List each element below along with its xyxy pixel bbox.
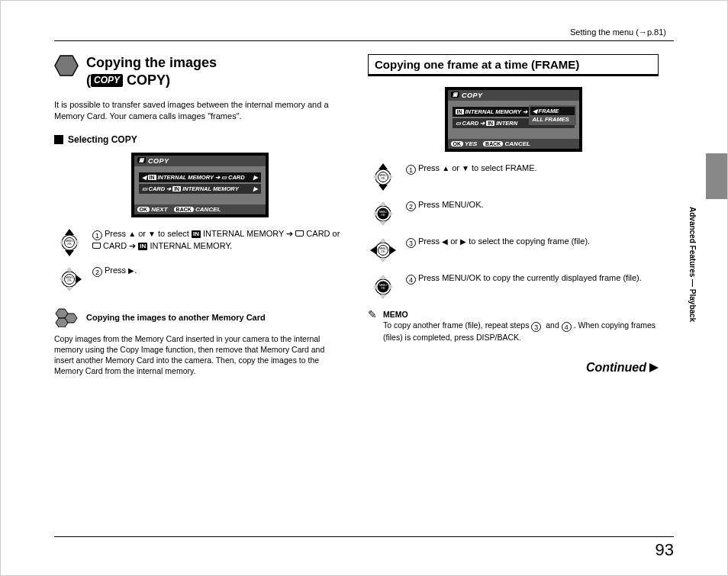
section-tab (706, 153, 727, 199)
text: and (543, 320, 561, 330)
text: or (136, 229, 148, 238)
in-badge-icon: IN (138, 243, 147, 251)
title-word-copy: COPY) (123, 72, 170, 88)
subheading-selecting-copy: Selecting COPY (68, 134, 137, 145)
svg-marker-49 (379, 294, 387, 299)
right-triangle-icon: ▶ (460, 237, 466, 246)
lcd-option-frame: ◀ FRAME (530, 107, 575, 115)
lcd-title: COPY (148, 157, 169, 165)
up-triangle-icon: ▲ (442, 164, 449, 172)
text: To copy another frame (file), repeat ste… (383, 320, 531, 330)
continued-text: Continued (586, 361, 646, 374)
text: Press MENU/OK. (418, 200, 484, 209)
text: CARD (101, 241, 129, 250)
svg-text:/OK: /OK (67, 243, 72, 246)
right-triangle-icon: ▶ (128, 266, 134, 275)
in-badge-icon: IN (192, 230, 201, 239)
svg-marker-40 (379, 238, 387, 243)
lcd-foot-cancel: CANCEL (505, 140, 530, 147)
right-step-1: 1Press ▲ or ▼ to select FRAME. (406, 163, 659, 175)
arrow-right-icon (649, 363, 659, 372)
step-number-2: 2 (92, 267, 102, 277)
svg-marker-27 (389, 174, 393, 180)
lcd-title: COPY (462, 92, 483, 99)
step-2-text: 2Press ▶. (92, 265, 345, 277)
svg-marker-50 (373, 284, 377, 290)
header-rule (54, 40, 674, 41)
camera-screen-frame-menu: ▣ COPY IN INTERNAL MEMORY ➔ ▭ CARD ➔IN (445, 87, 582, 152)
step-number-3: 3 (406, 238, 416, 248)
svg-marker-34 (373, 211, 377, 217)
svg-marker-35 (389, 211, 393, 217)
svg-marker-15 (60, 276, 63, 282)
svg-marker-16 (76, 275, 82, 284)
svg-marker-41 (379, 258, 387, 262)
down-triangle-icon: ▼ (148, 230, 156, 238)
lcd-text: INTERNAL MEMORY (182, 185, 238, 192)
up-triangle-icon: ▲ (128, 230, 136, 238)
step-number-4: 4 (406, 275, 416, 285)
lcd-foot-yes: YES (465, 140, 477, 147)
lcd-text: INTERNAL MEMORY (158, 174, 214, 181)
svg-marker-51 (389, 284, 393, 290)
text: to select the copying frame (file). (466, 237, 590, 246)
ok-pill-icon: OK (137, 207, 150, 212)
right-step-4: 4Press MENU/OK to copy the currently dis… (406, 272, 659, 285)
back-pill-icon: BACK (483, 141, 503, 146)
tip-title: Copying the images to another Memory Car… (86, 313, 266, 322)
continued-indicator: Continued (368, 361, 659, 375)
back-pill-icon: BACK (174, 207, 194, 212)
text: or (448, 237, 460, 246)
svg-marker-32 (379, 201, 387, 206)
text: or (449, 163, 462, 172)
svg-marker-25 (378, 185, 388, 191)
svg-marker-7 (60, 240, 63, 246)
ok-pill-icon: OK (451, 141, 464, 146)
tip-body: Copy images from the Memory Card inserte… (54, 333, 345, 377)
memo-label: MEMO (383, 309, 659, 320)
card-icon (92, 243, 101, 249)
text: to select FRAME. (469, 163, 537, 172)
dpad-ok-icon: MENU/OK (368, 199, 398, 228)
step-1-text: 1Press ▲ or ▼ to select IN INTERNAL MEMO… (92, 228, 345, 252)
svg-marker-0 (55, 56, 78, 76)
text: to select (156, 229, 192, 238)
lcd-row-internal-to-card: ◀IN INTERNAL MEMORY ➔▭ CARD ▶ (139, 172, 261, 182)
dpad-right-icon: MENU /OK (54, 265, 85, 294)
right-step-2: 2Press MENU/OK. (406, 199, 659, 211)
svg-text:/OK: /OK (381, 250, 385, 253)
svg-marker-48 (379, 275, 387, 279)
svg-marker-43 (389, 246, 396, 255)
text: INTERNAL MEMORY. (147, 241, 232, 250)
svg-marker-24 (378, 163, 388, 169)
intro-paragraph: It is possible to transfer saved images … (54, 99, 345, 122)
title-line1: Copying the images (86, 55, 217, 70)
lcd-text: INTERNAL MEMORY (465, 108, 521, 115)
section-tab-label: Advanced Features — Playback (688, 207, 697, 322)
lcd-text: INTERN (496, 120, 517, 127)
frame-section-heading: Copying one frame at a time (FRAME) (368, 54, 659, 76)
copy-chip-icon: COPY (91, 74, 123, 87)
memo-hand-icon: ✎ (368, 309, 377, 343)
svg-text:/OK: /OK (67, 279, 72, 282)
manual-page: Setting the menu (→p.81) Advanced Featur… (0, 0, 728, 576)
step-number-1: 1 (406, 165, 416, 175)
circled-3-icon: 3 (531, 322, 541, 332)
left-column: Copying the images (COPY COPY) It is pos… (54, 54, 345, 376)
svg-marker-42 (370, 246, 377, 255)
hexagon-icon (54, 54, 79, 77)
memo-text: To copy another frame (file), repeat ste… (383, 320, 659, 343)
right-step-3: 3Press ◀ or ▶ to select the copying fram… (406, 236, 659, 248)
hex-cluster-icon (54, 307, 80, 327)
lcd-row-card-to-internal: ▭ CARD ➔IN INTERNAL MEMORY ▶ (139, 184, 261, 194)
right-column: Copying one frame at a time (FRAME) ▣ CO… (368, 54, 659, 376)
svg-marker-8 (76, 240, 79, 246)
text: Press (418, 237, 442, 246)
text: INTERNAL MEMORY (201, 229, 286, 238)
svg-marker-5 (65, 229, 74, 235)
dpad-left-right-icon: MENU/OK (368, 236, 398, 265)
left-triangle-icon: ◀ (442, 237, 448, 246)
svg-marker-33 (379, 221, 387, 226)
dpad-up-down-icon: MENU /OK (54, 228, 85, 257)
text: Press (105, 265, 128, 275)
